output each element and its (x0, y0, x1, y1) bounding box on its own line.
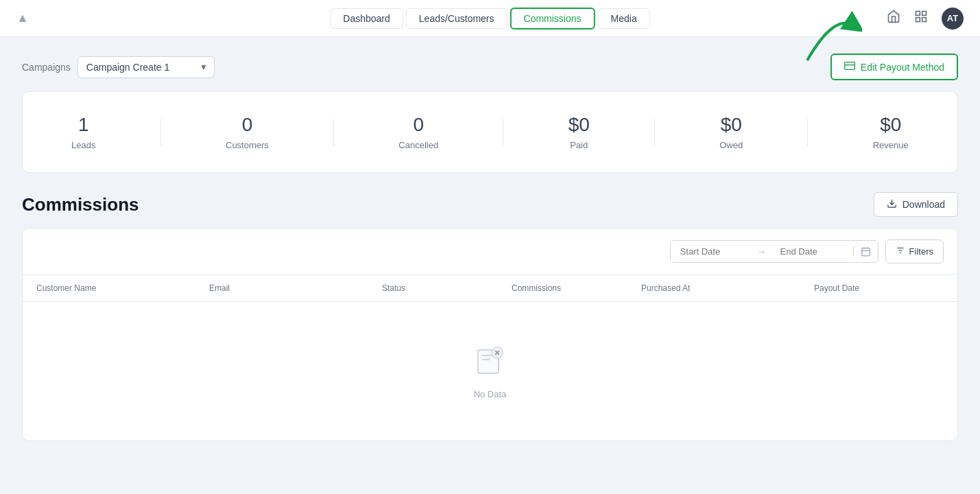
svg-rect-3 (922, 18, 927, 22)
logo-icon: ▲ (16, 11, 29, 25)
col-status: Status (382, 283, 512, 293)
stat-divider-1 (160, 119, 161, 146)
svg-rect-1 (922, 12, 927, 16)
customers-value: 0 (242, 114, 253, 136)
revenue-value: $0 (880, 114, 901, 136)
tab-media[interactable]: Media (598, 8, 650, 29)
campaign-row: Campaigns Campaign Create 1 ▼ (22, 54, 958, 80)
col-commissions: Commissions (512, 283, 641, 293)
cancelled-value: 0 (413, 114, 424, 136)
svg-rect-5 (844, 62, 854, 70)
filters-icon (896, 246, 905, 257)
campaign-selector: Campaigns Campaign Create 1 ▼ (22, 56, 215, 78)
nav-right: AT (887, 8, 964, 30)
download-button[interactable]: Download (874, 192, 958, 217)
end-date-input[interactable] (771, 241, 853, 262)
credit-card-icon (844, 60, 855, 73)
stat-paid: $0 Paid (569, 114, 590, 150)
tab-dashboard[interactable]: Dashboard (330, 8, 403, 29)
stat-divider-2 (333, 119, 334, 146)
nav-tabs: Dashboard Leads/Customers Commissions Me… (330, 8, 649, 30)
cancelled-label: Cancelled (398, 140, 438, 150)
svg-rect-0 (916, 12, 920, 16)
edit-payout-wrapper: Edit Payout Method (830, 54, 958, 80)
start-date-input[interactable] (671, 241, 753, 262)
leads-label: Leads (71, 140, 95, 150)
col-customer-name: Customer Name (36, 283, 209, 293)
filters-button[interactable]: Filters (885, 239, 944, 263)
stats-card: 1 Leads 0 Customers 0 Cancelled $0 Paid … (22, 91, 958, 173)
col-payout-date: Payout Date (814, 283, 944, 293)
stat-customers: 0 Customers (226, 114, 269, 150)
tab-commissions[interactable]: Commissions (510, 8, 595, 30)
leads-value: 1 (78, 114, 89, 136)
page-content: Campaigns Campaign Create 1 ▼ (0, 37, 980, 458)
calendar-icon[interactable] (853, 246, 878, 257)
customers-label: Customers (226, 140, 269, 150)
table-empty-state: No Data (23, 302, 957, 440)
filters-label: Filters (909, 246, 933, 257)
tab-leads-customers[interactable]: Leads/Customers (406, 8, 507, 29)
user-avatar[interactable]: AT (942, 8, 964, 30)
stat-revenue: $0 Revenue (873, 114, 909, 150)
table-header: Customer Name Email Status Commissions P… (23, 275, 957, 302)
nav-left: ▲ (16, 11, 40, 25)
stat-divider-3 (503, 119, 503, 146)
owed-label: Owed (719, 140, 743, 150)
stat-divider-5 (807, 119, 808, 146)
owed-value: $0 (721, 114, 742, 136)
top-navigation: ▲ Dashboard Leads/Customers Commissions … (0, 0, 980, 37)
stat-owed: $0 Owed (719, 114, 743, 150)
grid-icon[interactable] (914, 10, 928, 27)
col-purchased-at: Purchased At (641, 283, 814, 293)
edit-payout-button[interactable]: Edit Payout Method (830, 54, 958, 80)
svg-rect-8 (861, 248, 869, 256)
table-toolbar: → (23, 228, 957, 275)
commissions-title: Commissions (22, 194, 139, 215)
stat-divider-4 (654, 119, 655, 146)
paid-value: $0 (569, 114, 590, 136)
download-icon (887, 198, 897, 211)
svg-rect-2 (916, 18, 920, 22)
paid-label: Paid (570, 140, 588, 150)
download-label: Download (903, 199, 945, 210)
stat-cancelled: 0 Cancelled (398, 114, 438, 150)
commissions-header: Commissions Download (22, 192, 958, 217)
no-data-icon (474, 343, 507, 382)
home-icon[interactable] (887, 10, 900, 27)
campaign-select[interactable]: Campaign Create 1 (77, 56, 215, 78)
date-range-picker[interactable]: → (670, 240, 879, 263)
edit-payout-label: Edit Payout Method (861, 62, 944, 73)
no-data-text: No Data (474, 389, 507, 399)
commissions-table-card: → (22, 228, 958, 441)
campaigns-label: Campaigns (22, 62, 71, 73)
col-email: Email (209, 283, 382, 293)
revenue-label: Revenue (873, 140, 909, 150)
stat-leads: 1 Leads (71, 114, 95, 150)
campaign-dropdown-wrapper: Campaign Create 1 ▼ (77, 56, 215, 78)
date-arrow-icon: → (753, 246, 771, 257)
